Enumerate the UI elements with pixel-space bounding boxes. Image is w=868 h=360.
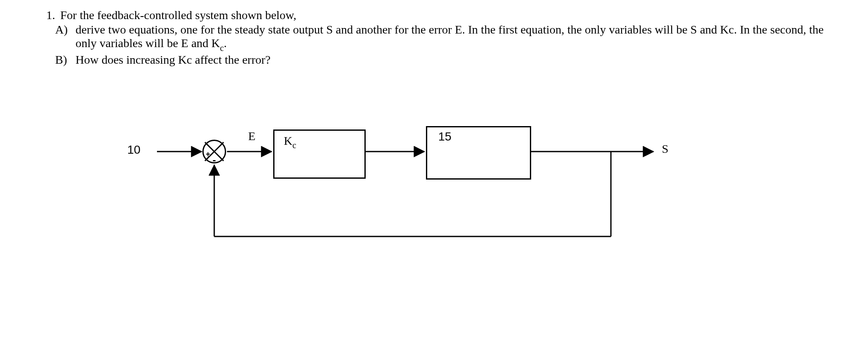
part-text-b: How does increasing Kc affect the error? — [76, 53, 834, 67]
question-parts: A) derive two equations, one for the ste… — [55, 23, 834, 67]
process-block: 15 — [426, 126, 531, 180]
controller-block: Kc — [273, 129, 366, 179]
controller-label: Kc — [284, 134, 296, 150]
part-marker-a: A) — [55, 23, 76, 37]
diagram-wires — [110, 96, 789, 287]
question-stem-row: 1. For the feedback-controlled system sh… — [34, 8, 834, 22]
question-number: 1. — [34, 8, 60, 22]
question-stem-text: For the feedback-controlled system shown… — [60, 8, 297, 22]
part-text-a: derive two equations, one for the steady… — [76, 23, 834, 52]
input-label: 10 — [127, 143, 140, 157]
summer-plus-label: + — [206, 150, 210, 159]
question: 1. For the feedback-controlled system sh… — [34, 8, 834, 67]
question-part-a: A) derive two equations, one for the ste… — [55, 23, 834, 52]
part-marker-b: B) — [55, 53, 76, 67]
process-label: 15 — [438, 130, 451, 143]
summer-minus-label: - — [213, 154, 216, 166]
error-label: E — [248, 129, 255, 143]
summing-junction: + - — [202, 140, 226, 163]
output-label: S — [662, 142, 669, 156]
question-part-b: B) How does increasing Kc affect the err… — [55, 53, 834, 67]
block-diagram: 10 + - E Kc 15 S — [110, 96, 789, 287]
